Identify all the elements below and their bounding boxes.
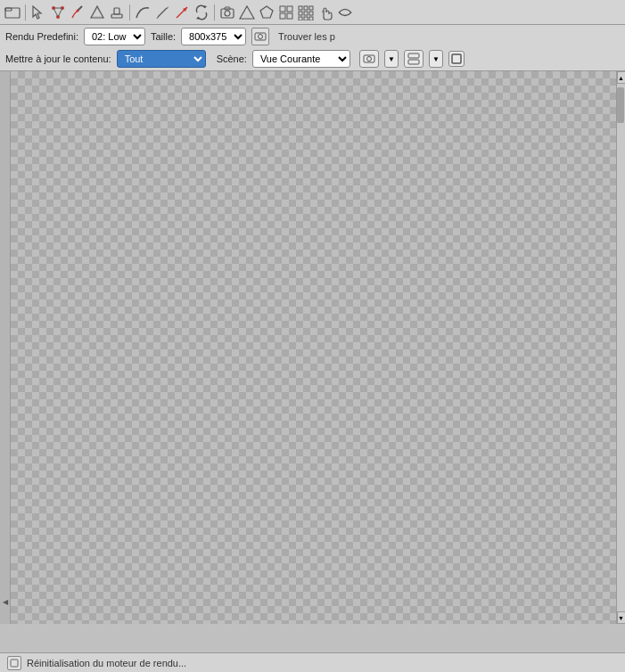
- scene-label: Scène:: [217, 53, 247, 64]
- scroll-up-button[interactable]: ▲: [617, 71, 626, 84]
- polygon-icon[interactable]: [258, 4, 275, 21]
- svg-rect-13: [114, 8, 119, 14]
- multi-grid-icon[interactable]: [297, 4, 315, 21]
- status-bar: Réinitialisation du moteur de rendu...: [0, 652, 625, 672]
- scrollbar-thumb[interactable]: [617, 87, 624, 123]
- svg-rect-24: [287, 6, 292, 12]
- svg-marker-22: [260, 6, 273, 18]
- checkbox-icon[interactable]: [448, 51, 465, 67]
- pen-tool-icon[interactable]: [153, 4, 171, 21]
- node-icon[interactable]: [49, 4, 67, 21]
- svg-rect-32: [309, 12, 313, 15]
- svg-point-38: [259, 35, 263, 39]
- svg-line-7: [58, 8, 62, 17]
- taille-label: Taille:: [151, 31, 176, 42]
- svg-marker-2: [33, 6, 41, 19]
- tout-select[interactable]: Tout: [117, 50, 206, 68]
- shape-tool-icon[interactable]: [88, 4, 106, 21]
- stamp-icon[interactable]: [108, 4, 126, 21]
- rendu-label: Rendu Predefini:: [5, 31, 78, 42]
- camera-icon[interactable]: [218, 4, 236, 21]
- svg-rect-41: [408, 53, 419, 58]
- svg-point-40: [366, 57, 371, 61]
- svg-rect-34: [304, 17, 308, 20]
- right-scrollbar: ▲ ▼: [616, 71, 625, 624]
- rotate-icon[interactable]: [193, 4, 210, 21]
- paint-brush-icon[interactable]: [69, 4, 86, 21]
- svg-rect-25: [280, 13, 285, 19]
- checkerboard-canvas: [11, 71, 616, 624]
- scroll-down-button[interactable]: ▼: [617, 611, 626, 624]
- svg-rect-28: [304, 6, 308, 10]
- svg-rect-42: [408, 60, 419, 64]
- svg-line-8: [53, 8, 58, 17]
- svg-rect-1: [5, 8, 12, 11]
- svg-rect-44: [11, 660, 18, 667]
- svg-marker-21: [240, 6, 254, 19]
- status-message: Réinitialisation du moteur de rendu...: [27, 658, 186, 668]
- arrow-tool-icon[interactable]: [173, 4, 191, 21]
- cursor-icon[interactable]: [29, 4, 47, 21]
- svg-rect-43: [452, 54, 461, 63]
- trouver-label: Trouver les p: [278, 31, 335, 42]
- toolbar-separator-3: [214, 4, 215, 20]
- control-bar: Rendu Predefini: 02: Low Taille: 800x375…: [0, 25, 625, 71]
- left-arrow-icon[interactable]: ◀: [3, 598, 8, 606]
- scrollbar-track[interactable]: [617, 84, 625, 611]
- control-row-1: Rendu Predefini: 02: Low Taille: 800x375…: [5, 27, 620, 46]
- triangle-icon[interactable]: [238, 4, 256, 21]
- svg-point-19: [225, 11, 230, 16]
- grid-view-icon[interactable]: [277, 4, 295, 21]
- camera-scene-icon[interactable]: [359, 50, 379, 68]
- camera-small-icon[interactable]: [251, 28, 269, 45]
- rendu-select[interactable]: 02: Low: [84, 28, 145, 45]
- svg-rect-31: [304, 12, 308, 15]
- svg-rect-23: [280, 6, 285, 12]
- svg-rect-35: [309, 17, 313, 20]
- svg-rect-30: [299, 12, 302, 15]
- mettre-label: Mettre à jour le contenu:: [5, 53, 111, 64]
- svg-rect-27: [299, 6, 302, 10]
- layout-icon[interactable]: [404, 50, 424, 68]
- svg-rect-29: [309, 6, 313, 10]
- dropdown-extra-2[interactable]: ▼: [429, 50, 443, 68]
- svg-rect-26: [287, 13, 292, 19]
- toolbar-separator-2: [129, 4, 130, 20]
- dropdown-extra-1[interactable]: ▼: [384, 50, 399, 68]
- main-toolbar: [0, 0, 625, 25]
- svg-point-9: [77, 9, 79, 12]
- svg-rect-0: [5, 8, 20, 18]
- svg-rect-33: [299, 17, 302, 20]
- folder-open-icon[interactable]: [4, 4, 21, 21]
- hand-icon[interactable]: [317, 4, 334, 21]
- more-icon[interactable]: [336, 4, 354, 21]
- canvas-area: ◀ ▲ ▼: [0, 71, 625, 624]
- status-icon[interactable]: [7, 656, 21, 670]
- curve-tool-icon[interactable]: [134, 4, 152, 21]
- left-edge-strip: ◀: [0, 71, 11, 624]
- vue-courante-select[interactable]: Vue Courante: [252, 50, 350, 68]
- control-row-2: Mettre à jour le contenu: Tout Scène: Vu…: [5, 49, 620, 69]
- toolbar-separator-1: [25, 4, 26, 20]
- taille-select[interactable]: 800x375: [181, 28, 246, 45]
